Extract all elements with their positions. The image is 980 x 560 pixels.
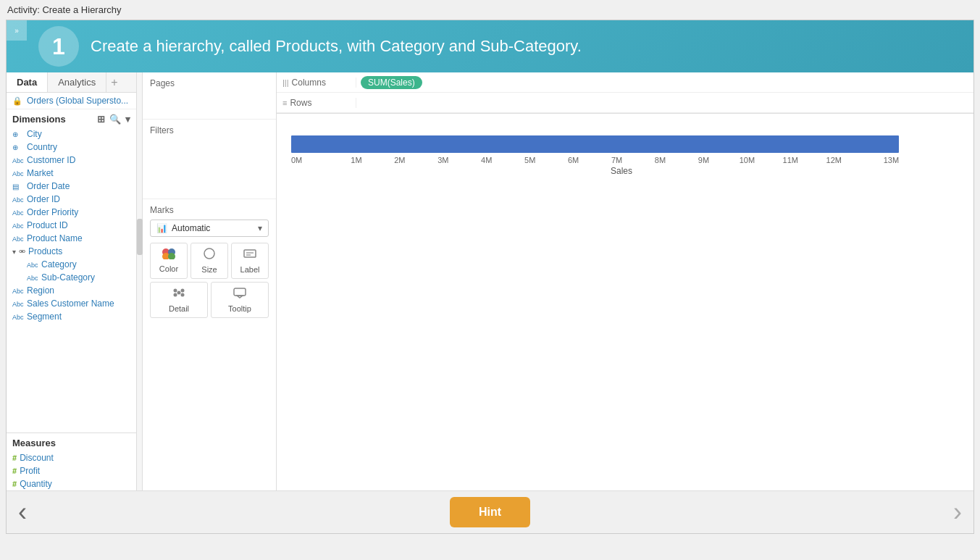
- pages-content[interactable]: [150, 93, 269, 113]
- dim-label: Order Priority: [27, 207, 78, 217]
- dim-label: Country: [27, 142, 57, 152]
- abc-icon: [12, 300, 24, 308]
- marks-buttons-row2: Detail Tooltip: [150, 282, 269, 318]
- marks-detail-button[interactable]: Detail: [150, 282, 208, 318]
- dim-item-category[interactable]: Category: [21, 258, 136, 271]
- dim-item-segment[interactable]: Segment: [7, 310, 136, 323]
- data-source-name: Orders (Global Supersto...: [27, 96, 128, 106]
- data-source-row[interactable]: 🔒 Orders (Global Supersto...: [7, 93, 136, 109]
- measures-label: Measures: [12, 438, 56, 448]
- marks-label: Marks: [150, 205, 269, 215]
- columns-icon: |||: [282, 78, 289, 87]
- marks-size-button[interactable]: Size: [190, 243, 228, 279]
- dim-item-order-priority[interactable]: Order Priority: [7, 206, 136, 219]
- measure-item-discount[interactable]: Discount: [7, 451, 136, 464]
- detail-icon: [172, 287, 186, 302]
- marks-section: Marks 📊 Automatic ▾: [143, 199, 276, 324]
- abc-icon: [12, 170, 24, 177]
- dim-item-order-date[interactable]: Order Date: [7, 180, 136, 193]
- instruction-banner: » 1 Create a hierarchy, called Products,…: [7, 20, 973, 72]
- detail-label: Detail: [169, 304, 189, 313]
- dim-label: Order ID: [27, 194, 60, 204]
- tab-divider: +: [106, 72, 122, 92]
- dim-label: Region: [27, 285, 54, 296]
- dim-label: Customer ID: [27, 155, 75, 165]
- svg-rect-5: [244, 250, 256, 257]
- dim-label: Sales Customer Name: [27, 298, 114, 309]
- bar-chart-icon: 📊: [156, 223, 167, 233]
- abc-icon: [12, 222, 24, 230]
- dim-item-product-id[interactable]: Product ID: [7, 219, 136, 232]
- axis-label-11m: 11M: [768, 156, 812, 164]
- page-title: Activity: Create a Hierarchy: [0, 0, 980, 20]
- bottom-nav: ‹ Hint ›: [7, 490, 973, 533]
- marks-tooltip-button[interactable]: Tooltip: [211, 282, 269, 318]
- forward-arrow[interactable]: ›: [953, 497, 962, 527]
- color-dots-icon: [162, 248, 176, 262]
- dim-label: Product ID: [27, 220, 68, 230]
- collapse-button[interactable]: »: [7, 20, 27, 41]
- svg-point-10: [174, 293, 177, 297]
- marks-type-label: Automatic: [172, 223, 210, 233]
- tab-data[interactable]: Data: [7, 72, 48, 92]
- tab-analytics[interactable]: Analytics: [48, 72, 106, 92]
- columns-text: Columns: [292, 78, 326, 88]
- dim-item-market[interactable]: Market: [7, 167, 136, 180]
- pages-shelf: Pages: [143, 72, 276, 120]
- columns-content[interactable]: SUM(Sales): [356, 76, 973, 89]
- instruction-text: Create a hierarchy, called Products, wit…: [91, 37, 582, 56]
- label-icon: [243, 248, 257, 263]
- dim-item-sales-customer-name[interactable]: Sales Customer Name: [7, 297, 136, 310]
- axis-label-5m: 5M: [508, 156, 552, 164]
- sum-sales-pill[interactable]: SUM(Sales): [361, 76, 422, 89]
- viz-shelves: ||| Columns SUM(Sales) ≡ Rows: [277, 72, 973, 114]
- hierarchy-icon: ⚮: [19, 247, 25, 256]
- grid-icon[interactable]: ⊞: [97, 114, 105, 125]
- dim-item-product-name[interactable]: Product Name: [7, 232, 136, 245]
- scrollbar-thumb: [137, 219, 143, 255]
- back-arrow[interactable]: ‹: [18, 497, 27, 527]
- measures-header: Measures: [7, 432, 136, 451]
- dim-item-customer-id[interactable]: Customer ID: [7, 154, 136, 167]
- panel-tabs: Data Analytics +: [7, 72, 136, 93]
- abc-icon: [12, 313, 24, 321]
- svg-rect-13: [234, 288, 246, 296]
- hierarchy-name: Products: [28, 246, 62, 256]
- dim-item-region[interactable]: Region: [7, 284, 136, 297]
- left-panel-scrollbar[interactable]: [137, 72, 143, 490]
- chart-container: 0M 1M 2M 3M 4M 5M 6M 7M 8M 9M 10M 11M: [284, 121, 966, 483]
- step-number: 1: [38, 26, 79, 67]
- marks-type-dropdown[interactable]: 📊 Automatic ▾: [150, 220, 269, 237]
- hint-button[interactable]: Hint: [450, 497, 530, 527]
- tooltip-icon: [233, 287, 247, 302]
- filters-label: Filters: [150, 125, 269, 135]
- rows-icon: ≡: [282, 99, 287, 107]
- hierarchy-header[interactable]: ▾ ⚮ Products: [7, 245, 136, 258]
- search-icon[interactable]: 🔍: [109, 114, 121, 125]
- abc-icon: [27, 274, 38, 282]
- measure-item-profit[interactable]: Profit: [7, 464, 136, 477]
- dim-item-order-id[interactable]: Order ID: [7, 193, 136, 206]
- dim-item-country[interactable]: Country: [7, 141, 136, 154]
- calendar-icon: [12, 183, 24, 191]
- axis-label-4m: 4M: [465, 156, 508, 164]
- filters-content[interactable]: [150, 140, 269, 191]
- marks-color-button[interactable]: Color: [150, 243, 188, 279]
- label-label: Label: [240, 265, 260, 274]
- dimensions-tools: ⊞ 🔍 ▾: [97, 114, 130, 125]
- axis-label-12m: 12M: [812, 156, 855, 164]
- dim-item-city[interactable]: City: [7, 128, 136, 141]
- axis-label-6m: 6M: [552, 156, 595, 164]
- dimensions-label: Dimensions: [12, 114, 66, 125]
- dim-item-sub-category[interactable]: Sub-Category: [21, 271, 136, 284]
- middle-panel: Pages Filters Marks 📊 Automatic ▾: [143, 72, 277, 490]
- columns-shelf: ||| Columns SUM(Sales): [277, 72, 973, 93]
- viz-area: 0M 1M 2M 3M 4M 5M 6M 7M 8M 9M 10M 11M: [277, 114, 973, 490]
- color-label: Color: [159, 264, 178, 273]
- measure-item-quantity[interactable]: Quantity: [7, 477, 136, 490]
- svg-point-9: [181, 289, 185, 293]
- size-label: Size: [201, 265, 217, 274]
- dimensions-list: City Country Customer ID Market: [7, 128, 136, 432]
- dropdown-icon[interactable]: ▾: [125, 114, 130, 125]
- marks-label-button[interactable]: Label: [231, 243, 269, 279]
